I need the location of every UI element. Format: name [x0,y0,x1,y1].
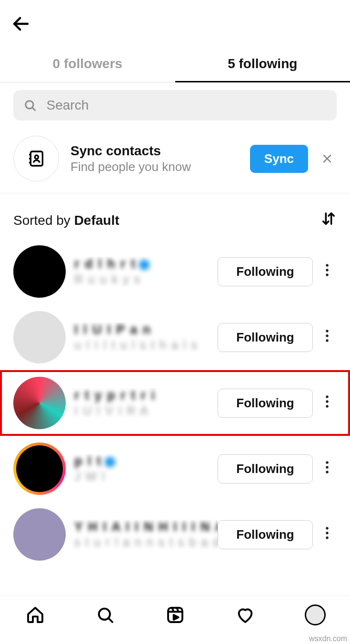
svg-point-17 [326,339,329,342]
sync-contacts-row: Sync contacts Find people you know Sync [0,124,350,193]
avatar[interactable] [13,443,66,495]
sort-button[interactable] [320,211,337,230]
sort-arrows-icon [320,211,337,227]
svg-point-13 [326,269,329,272]
realname: I U I V I R A [74,404,209,418]
user-names: p l tJ W l [66,454,218,483]
username: r d l h r t [74,257,209,272]
following-list: r d l h r tR u u k y sFollowingI l U I P… [0,239,350,567]
username: I l U I P a n [74,322,209,337]
following-button[interactable]: Following [218,257,313,286]
svg-point-23 [326,471,329,473]
user-names: r t y p r t r iI U I V I R A [66,388,218,418]
svg-marker-33 [173,615,178,620]
watermark: wsxdn.com [309,634,347,643]
following-button[interactable]: Following [218,520,313,549]
arrow-left-icon [11,14,31,34]
sync-subtitle: Find people you know [70,160,250,174]
address-book-icon [27,149,46,168]
svg-line-28 [108,618,112,622]
user-row[interactable]: r d l h r tR u u k y sFollowing [0,239,350,304]
back-button[interactable] [10,12,32,35]
home-icon [26,605,45,624]
user-row[interactable]: I l U I P a nu I I I t u l s t h a l sFo… [0,304,350,370]
avatar[interactable] [13,377,66,429]
avatar[interactable] [13,508,66,561]
bottom-nav [0,595,350,634]
svg-point-16 [326,334,329,337]
sort-value: Default [74,213,120,228]
sort-row: Sorted by Default [0,193,350,239]
svg-line-2 [32,108,35,111]
svg-point-25 [326,532,329,534]
svg-point-4 [35,155,38,159]
more-options-button[interactable] [318,263,337,281]
sync-close-button[interactable] [318,149,337,168]
verified-badge-icon [105,457,115,467]
sync-button[interactable]: Sync [250,145,308,173]
username: p l t [74,454,209,469]
verified-badge-icon [139,260,150,270]
realname: u I I I t u l s t h a l s [74,338,209,352]
user-names: I l U I P a nu I I I t u l s t h a l s [66,322,218,352]
svg-point-20 [326,405,329,408]
following-button[interactable]: Following [218,323,313,352]
nav-search[interactable] [94,604,117,626]
svg-point-18 [326,395,329,398]
more-options-button[interactable] [318,394,337,412]
reels-icon [166,605,185,624]
avatar[interactable] [13,311,66,363]
more-options-button[interactable] [318,526,337,543]
username: r t y p r t r i [74,388,209,403]
contacts-icon-circle [13,136,59,181]
sort-prefix: Sorted by [13,213,74,228]
following-button[interactable]: Following [218,389,313,418]
nav-reels[interactable] [164,604,187,626]
user-row[interactable]: r t y p r t r iI U I V I R AFollowing [0,370,350,436]
user-row[interactable]: p l tJ W lFollowing [0,436,350,502]
kebab-icon [325,526,329,540]
kebab-icon [325,329,329,343]
tab-following[interactable]: 5 following [175,48,350,82]
tab-followers[interactable]: 0 followers [0,48,175,82]
search-box[interactable] [13,90,337,121]
user-row[interactable]: Y H I A I I N H I I I N A I Is t u r l a… [0,502,350,567]
svg-point-26 [326,536,329,539]
realname: R u u k y s [74,272,209,286]
svg-point-14 [326,273,329,276]
profile-avatar-icon [305,604,326,625]
svg-point-19 [326,400,329,403]
more-options-button[interactable] [318,460,337,478]
svg-point-22 [326,466,329,469]
search-input[interactable] [47,98,327,113]
sync-title: Sync contacts [70,143,250,159]
nav-profile[interactable] [304,604,327,626]
realname: J W l [74,470,209,483]
tabs: 0 followers 5 following [0,48,350,82]
svg-point-24 [326,527,329,530]
search-icon [96,605,115,624]
kebab-icon [325,263,329,277]
svg-point-12 [326,264,329,267]
user-names: r d l h r tR u u k y s [66,257,218,286]
kebab-icon [325,460,329,474]
close-icon [321,153,333,164]
heart-icon [236,605,255,624]
search-icon [23,98,37,113]
nav-activity[interactable] [234,604,257,626]
following-button[interactable]: Following [218,454,313,483]
user-names: Y H I A I I N H I I I N A I Is t u r l a… [66,520,218,549]
username: Y H I A I I N H I I I N A I I [74,520,209,534]
svg-point-15 [326,330,329,332]
kebab-icon [325,394,329,409]
sort-label: Sorted by Default [13,213,120,228]
svg-point-21 [326,461,329,464]
more-options-button[interactable] [318,329,337,346]
nav-home[interactable] [24,604,47,626]
avatar[interactable] [13,245,66,298]
realname: s t u r l a n n s t s b a d [74,535,209,549]
